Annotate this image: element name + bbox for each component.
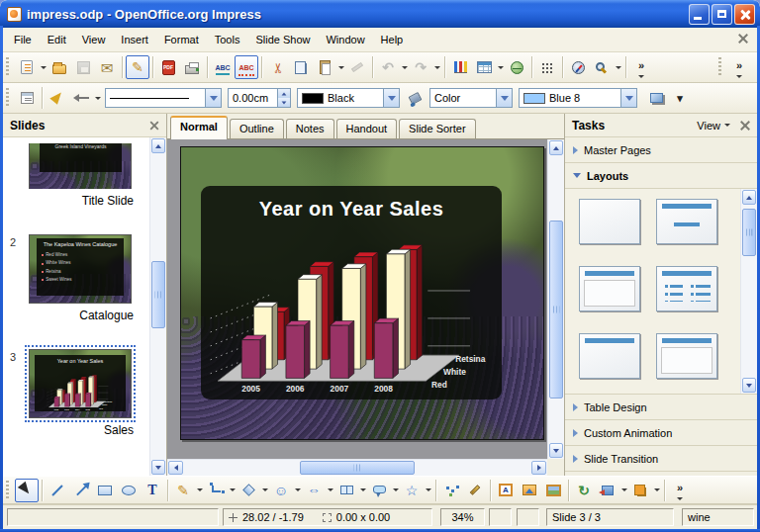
fontwork-gallery-button[interactable]: A xyxy=(494,479,518,502)
slide-thumbnail[interactable]: Fine wines fromGreek Island Vineyards xyxy=(29,143,132,189)
rectangle-button[interactable] xyxy=(93,479,117,502)
connector-dropdown-arrow[interactable] xyxy=(228,479,237,502)
insert-table-button[interactable] xyxy=(472,55,496,79)
edit-points-button[interactable] xyxy=(439,479,463,502)
line-color-combo[interactable]: Black xyxy=(297,88,400,108)
line-style-dropdown-button[interactable] xyxy=(205,89,221,107)
scrollbar-thumb[interactable] xyxy=(300,461,415,475)
status-position-field[interactable]: 28.02 / -1.79 0.00 x 0.00 xyxy=(223,508,432,526)
fill-style-value[interactable]: Color xyxy=(430,92,496,104)
layout-title-content[interactable] xyxy=(579,266,640,311)
alignment-dropdown-arrow[interactable] xyxy=(619,479,628,502)
scrollbar-thumb[interactable] xyxy=(742,209,756,256)
slide-thumbnail[interactable]: Year on Year Sales2005200620072008RedWhi… xyxy=(29,349,132,418)
export-pdf-button[interactable]: PDF xyxy=(156,55,180,79)
menu-slide-show[interactable]: Slide Show xyxy=(247,30,318,49)
insert-chart-button[interactable] xyxy=(448,55,472,79)
slides-scrollbar[interactable] xyxy=(149,137,166,476)
slide-canvas[interactable]: Year on Year Sales 2005200620072008RedWh… xyxy=(180,146,544,440)
email-document-button[interactable]: ✉ xyxy=(95,55,119,79)
maximize-button[interactable] xyxy=(712,4,732,25)
tab-handout[interactable]: Handout xyxy=(336,119,398,138)
status-zoom-field[interactable]: 34% xyxy=(440,508,485,526)
styles-and-formatting-button[interactable] xyxy=(15,86,39,110)
paste-dropdown-arrow[interactable] xyxy=(336,55,345,79)
toolbar-options-button[interactable]: ▾ xyxy=(668,86,692,110)
arrow-style-button[interactable] xyxy=(69,86,93,110)
edit-file-button[interactable]: ✎ xyxy=(126,55,149,79)
minimize-button[interactable] xyxy=(689,4,710,25)
select-button[interactable] xyxy=(15,479,39,502)
line-style-combo[interactable] xyxy=(105,88,222,108)
insert-table-dropdown-arrow[interactable] xyxy=(496,55,505,79)
line-color-dropdown-button[interactable] xyxy=(383,89,399,107)
scroll-down-button[interactable] xyxy=(742,378,756,393)
callouts-dropdown-arrow[interactable] xyxy=(391,479,400,502)
alignment-button[interactable] xyxy=(596,479,619,502)
presentation-overflow-button[interactable]: » xyxy=(727,55,751,79)
from-file-button[interactable] xyxy=(518,479,541,502)
scroll-up-button[interactable] xyxy=(742,190,756,205)
tab-notes[interactable]: Notes xyxy=(286,119,334,138)
slide-thumbnail[interactable]: The Kapeloa Wines CatalogueRed WinesWhit… xyxy=(29,234,132,304)
arrow-style-dropdown-arrow[interactable] xyxy=(93,86,102,110)
ellipse-button[interactable] xyxy=(117,479,141,502)
curve-button[interactable]: ✎ xyxy=(171,479,195,502)
scroll-right-button[interactable] xyxy=(531,461,546,475)
layout-blank[interactable] xyxy=(579,199,640,244)
tab-normal[interactable]: Normal xyxy=(170,116,228,139)
menu-file[interactable]: File xyxy=(6,30,40,49)
menu-edit[interactable]: Edit xyxy=(40,30,74,49)
fill-color-bucket-button[interactable] xyxy=(403,86,427,110)
scroll-down-button[interactable] xyxy=(549,443,563,458)
slide-item-1[interactable]: Fine wines fromGreek Island VineyardsTit… xyxy=(3,137,149,228)
stars-dropdown-arrow[interactable] xyxy=(424,479,432,502)
line-ends-arrow-button[interactable] xyxy=(69,479,93,502)
layout-title-subtitle[interactable] xyxy=(656,199,717,244)
scrollbar-thumb[interactable] xyxy=(151,261,165,328)
line-width-field[interactable]: 0.00cm xyxy=(228,88,291,108)
symbol-shapes-dropdown-arrow[interactable] xyxy=(293,479,302,502)
presentation-toolbar-drag-handle[interactable] xyxy=(718,57,723,77)
block-arrows-button[interactable]: ⇔ xyxy=(302,479,326,502)
layout-title-frame[interactable] xyxy=(656,333,717,379)
undo-dropdown-arrow[interactable] xyxy=(400,55,409,79)
cut-button[interactable]: ✂ xyxy=(265,55,289,79)
layout-title-two-content[interactable] xyxy=(656,266,717,311)
section-table-design[interactable]: Table Design xyxy=(565,395,757,420)
scrollbar-thumb[interactable] xyxy=(549,221,563,399)
new-button[interactable] xyxy=(15,55,39,79)
flowchart-dropdown-arrow[interactable] xyxy=(358,479,367,502)
glue-points-button[interactable] xyxy=(463,479,487,502)
block-arrows-dropdown-arrow[interactable] xyxy=(326,479,334,502)
slide-item-2[interactable]: 2The Kapeloa Wines CatalogueRed WinesWhi… xyxy=(3,228,149,343)
menu-help[interactable]: Help xyxy=(373,30,412,49)
scroll-up-button[interactable] xyxy=(549,140,563,155)
line-width-up-button[interactable] xyxy=(278,89,290,98)
workspace-vertical-scrollbar[interactable] xyxy=(547,139,564,459)
curve-dropdown-arrow[interactable] xyxy=(195,479,204,502)
layouts-scrollbar[interactable] xyxy=(740,189,757,394)
copy-button[interactable] xyxy=(289,55,313,79)
shadow-button[interactable] xyxy=(644,86,668,110)
drawbar-overflow-button[interactable]: » xyxy=(668,479,692,502)
new-dropdown-arrow[interactable] xyxy=(39,55,48,79)
fill-color-dropdown-button[interactable] xyxy=(620,89,636,107)
gallery-button[interactable] xyxy=(541,479,565,502)
title-bar[interactable]: impress.odp - OpenOffice.org Impress xyxy=(0,0,760,28)
menu-window[interactable]: Window xyxy=(318,30,372,49)
tab-outline[interactable]: Outline xyxy=(230,119,284,138)
flowchart-button[interactable] xyxy=(334,479,358,502)
paste-button[interactable] xyxy=(313,55,336,79)
connector-button[interactable] xyxy=(204,479,228,502)
toolbar-overflow-button[interactable]: » xyxy=(629,55,653,79)
display-grid-button[interactable] xyxy=(535,55,559,79)
open-button[interactable] xyxy=(48,55,71,79)
symbol-shapes-button[interactable]: ☺ xyxy=(269,479,293,502)
fill-style-dropdown-button[interactable] xyxy=(496,89,512,107)
edit-points-mode-button[interactable] xyxy=(46,86,69,110)
line-toolbar-drag-handle[interactable] xyxy=(6,88,11,108)
callouts-button[interactable] xyxy=(367,479,391,502)
toolbar-drag-handle[interactable] xyxy=(6,57,11,77)
chart-object[interactable]: Year on Year Sales 2005200620072008RedWh… xyxy=(201,186,502,399)
